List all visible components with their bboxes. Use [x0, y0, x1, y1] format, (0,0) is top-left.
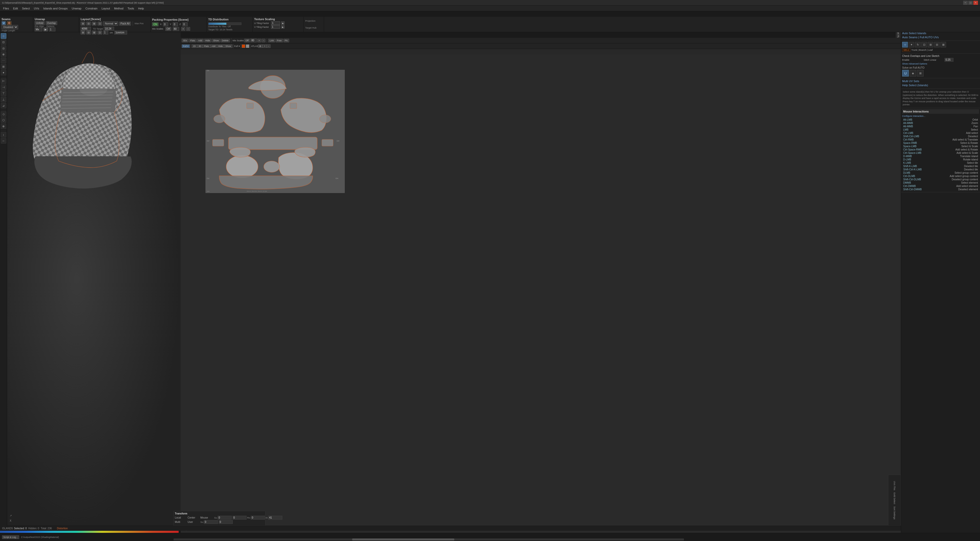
close-button[interactable]: ×	[974, 1, 978, 5]
configure-interaction-link[interactable]: Configure Interaction...	[902, 114, 925, 117]
mix-value[interactable]	[173, 27, 179, 31]
uv-tb-add-btn[interactable]: Add	[197, 39, 204, 42]
tool-12[interactable]: ⊿	[1, 103, 6, 108]
uv-tb-flats-btn[interactable]: Flats	[189, 39, 197, 42]
tool-2[interactable]: ⊡	[1, 39, 6, 45]
layout-row2-btn1[interactable]: ⊞	[81, 31, 85, 35]
unwrap-value-input[interactable]	[49, 27, 56, 32]
tool-16[interactable]: ↕	[1, 132, 6, 138]
stitch-value[interactable]	[945, 58, 953, 62]
packing-z-val[interactable]	[183, 22, 188, 26]
help-select-link[interactable]: Help Select (Islands)	[902, 83, 928, 87]
tool-4[interactable]: ⊕	[1, 52, 6, 57]
unwrap-unfold-button[interactable]: Unfold	[35, 21, 45, 25]
icon-align-btn[interactable]: ⊞	[928, 42, 933, 48]
tool-3[interactable]: ◎	[1, 45, 6, 51]
uv2-2d-btn[interactable]: 2D	[192, 44, 197, 48]
icon-scale-btn[interactable]: ⊡	[921, 42, 927, 48]
menu-edit[interactable]: Edit	[11, 6, 20, 11]
menu-method[interactable]: Method	[112, 6, 126, 11]
layout-icon-btn3[interactable]: ⊠	[92, 22, 97, 25]
uv2-minus-btn[interactable]: −	[267, 44, 270, 48]
tool-10[interactable]: ⊤	[1, 90, 6, 96]
unwrap-go-button[interactable]: ▶	[43, 27, 48, 32]
seams-disabled-select[interactable]: Disabled	[2, 25, 18, 29]
uv2-hide-btn[interactable]: Hide	[217, 44, 224, 48]
layout-icon-btn1[interactable]: ⊞	[81, 22, 85, 25]
menu-files[interactable]: Files	[1, 6, 11, 11]
unwrap-overlap-button[interactable]: Overlap	[46, 21, 57, 25]
packing-y-val[interactable]	[173, 22, 178, 26]
tool-6[interactable]: ⊞	[1, 64, 6, 69]
uv-tb-delete-btn[interactable]: Delete	[221, 39, 230, 42]
transform-su2-x[interactable]	[204, 520, 218, 524]
layout-icon-btn2[interactable]: ⊟	[86, 22, 91, 25]
tool-14[interactable]: ⬡	[1, 117, 6, 123]
layout-icon-btn4[interactable]: ⊡	[97, 22, 102, 25]
tool-9[interactable]: ⊣	[1, 84, 6, 90]
uv-icon-2[interactable]: ◈	[910, 70, 916, 76]
layout-row2-btn3[interactable]: ⊠	[92, 31, 97, 35]
uv-tb-link-btn[interactable]: Link	[268, 39, 275, 42]
uv-tb-x-btn[interactable]: ×	[257, 39, 261, 42]
uv-icon-1[interactable]: U	[902, 70, 909, 76]
uv2-add-btn[interactable]: Add	[210, 44, 217, 48]
layout-row2-btn4[interactable]: ⊡	[97, 31, 102, 35]
auto-seams-link[interactable]: Auto Seams | Full AUTO UVs	[902, 35, 939, 39]
sort-settings[interactable]: Sort Settings	[893, 505, 896, 520]
seams-u-button[interactable]: U	[2, 21, 6, 25]
uv2-atlas-btn[interactable]: ⊞	[258, 44, 262, 48]
transform-in-val[interactable]	[268, 516, 282, 520]
unwrap-mx-input[interactable]	[35, 27, 42, 32]
uv2-flats-btn[interactable]: Flats	[203, 44, 210, 48]
bottom-h-scrollbar[interactable]	[173, 538, 684, 541]
menu-tools[interactable]: Tools	[126, 6, 136, 11]
tool-15[interactable]: ⊗	[1, 124, 6, 129]
tool-13[interactable]: ◇	[1, 111, 6, 117]
uv-canvas[interactable]: OV OV OH OH OH:H: OH:OH: OH:H: OI OH AtH…	[181, 55, 901, 541]
tool-17[interactable]: ↔	[1, 138, 6, 144]
menu-layout[interactable]: Layout	[100, 6, 112, 11]
tool-select[interactable]: ⊹	[1, 33, 6, 39]
maximize-button[interactable]: □	[968, 1, 973, 5]
transform-su2-y[interactable]	[219, 520, 233, 524]
transform-su-x[interactable]	[218, 516, 232, 520]
uv2-plus-btn[interactable]: +	[262, 44, 266, 48]
uv2-color-btn1[interactable]	[242, 44, 245, 48]
uv-tb-hide-btn[interactable]: Hide	[204, 39, 212, 42]
layout-row2-btn2[interactable]: ⊟	[86, 31, 91, 35]
uv-viewport[interactable]: OV OV OH OH OH:H: OH:OH: OH:H: OI OH AtH…	[181, 49, 901, 541]
layout-units-input[interactable]	[103, 31, 108, 35]
icon-select-btn[interactable]: ⊹	[902, 42, 908, 48]
uv-tb-scale-val[interactable]	[250, 38, 257, 42]
icon-distribute-btn[interactable]: ⊟	[934, 42, 940, 48]
layout-td-value[interactable]	[104, 27, 114, 31]
layout-maxpos-value[interactable]	[81, 27, 91, 31]
layout-normal-select[interactable]: Normal	[103, 21, 118, 26]
u-tiling-arrow[interactable]: ▲	[281, 21, 285, 25]
menu-islands-groups[interactable]: Islands and Groups	[41, 6, 70, 11]
uv-tb-off-btn[interactable]: Off	[244, 39, 250, 42]
uv2-full-btn[interactable]: Full ▾	[182, 44, 190, 48]
uv-tb-minus-btn[interactable]: −	[262, 39, 266, 42]
v-tiling-arrow[interactable]: ▲	[281, 25, 285, 29]
minimize-button[interactable]: −	[963, 1, 968, 5]
tool-8[interactable]: ⊢	[1, 78, 6, 84]
menu-help[interactable]: Help	[136, 6, 146, 11]
bottom-scrollbar-thumb[interactable]	[352, 538, 454, 541]
transform-ro-x[interactable]	[251, 516, 265, 520]
tool-7[interactable]: ✦	[1, 70, 6, 76]
uv-tb-free-btn[interactable]: Free	[275, 39, 283, 42]
uv-tb-show-btn[interactable]: Show	[212, 39, 220, 42]
icon-mirror-btn[interactable]: ⊠	[940, 42, 946, 48]
tool-11[interactable]: ⊥	[1, 97, 6, 102]
packing-on-btn[interactable]: ON	[152, 22, 159, 26]
mix-off-btn[interactable]: Off	[165, 27, 171, 31]
uv-tb-pic-btn[interactable]: Pic	[283, 39, 290, 42]
layout-pack-all-btn[interactable]: Pack All	[119, 22, 131, 25]
menu-select[interactable]: Select	[20, 6, 32, 11]
uv-tb-3ds-btn[interactable]: 3Ds	[182, 39, 188, 42]
seams-o-button[interactable]: O	[7, 21, 11, 25]
packing-x-val[interactable]	[163, 22, 168, 26]
tool-5[interactable]: ⋯	[1, 58, 6, 63]
